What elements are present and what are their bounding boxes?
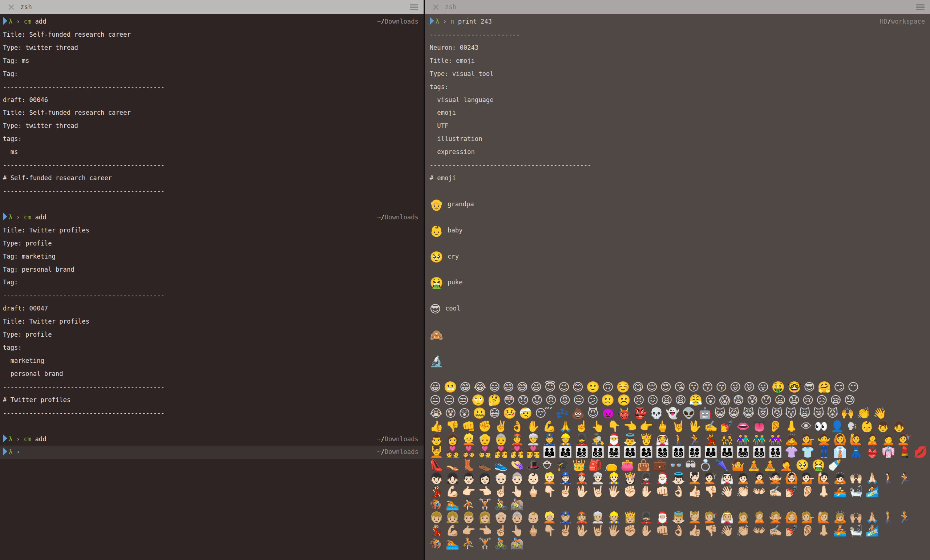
emoji-grid-row: 👍👎👊✊✌️👌✋💪🙏☝️👆👇👈👉🖕🤘🖖✍️💅👄👅👂👃👁👀👤🗣👶👦👧 [425,420,930,433]
emoji-glyph: 🔬 [430,355,443,368]
blank-line [0,198,423,211]
emoji-glyph: 🥺 [430,251,443,263]
emoji-grid-row: 😐😑😒🙄🤔😳😞😟😠😡😔😕🙁☹️😣😖😫😩😤😮😱😨😰😯😦😧😢😥😪😓 [425,394,930,407]
emoji-grid-row: 😀😬😁😂😃😄😅😆😇😉😊🙂🙃☺️😋😌😍😘😗😙😚😜😝😛🤑🤓😎🤗😏😶 [425,381,930,394]
close-tab-icon[interactable]: × [431,2,441,12]
prompt-lambda: λ [9,214,16,221]
prompt-chevron-icon: › [16,435,24,443]
emoji-glyph: 🙈 [430,329,443,342]
command-text: add [31,18,46,25]
prompt-arrow-icon [430,17,434,25]
command-text: cm [24,435,31,443]
output-line: Tag: [0,68,423,81]
output-line: Neuron: 00243 [425,42,930,54]
path-slash: / [381,18,384,25]
emoji-label-text: puke [448,278,462,286]
output-line: tags: [0,132,423,146]
output-line: illustration [425,132,930,146]
emoji-grid-row: 💃🏻💪🏻👉🏻👈🏻☝🏻👆🏻🖕🏻👇🏻✌🏻🖖🏻🤘🏻🖐🏻✊🏻✋🏻👊🏻👌🏻👍🏻👎🏻👋🏻👏🏻… [425,485,930,498]
right-pane: × zsh λ › n print 243HD/workspace-------… [425,0,930,560]
output-line: # emoji [425,172,930,185]
emoji-label-text: cool [445,305,460,312]
command-text: add [31,435,46,443]
output-line: Type: profile [0,237,423,250]
emoji-list-item: 🤮puke [425,276,930,289]
output-line: draft: 00047 [0,302,423,315]
output-line: Title: Self-funded research career [0,106,423,120]
output-line: personal brand [0,368,423,381]
prompt-arrow-icon [3,434,7,443]
prompt-chevron-icon: › [16,18,24,25]
output-line: tags: [425,81,930,94]
tab-title: zsh [20,3,32,11]
prompt-line: λ › cm add~/Downloads [0,211,423,224]
emoji-list-item: 🙈 [425,328,930,342]
emoji-grid-row: 😭😵😲🤐😷🤒🤕😴💤💩😈👿👹👺💀👻👽🤖😺😸😹😻😼😽🙀😿😾🙌👏👋 [425,407,930,420]
blank-line [425,315,930,328]
hamburger-menu-icon[interactable] [916,5,925,11]
terminal-window: × zsh λ › cm add~/DownloadsTitle: Self-f… [0,0,930,560]
close-tab-icon[interactable]: × [6,2,16,12]
output-line: Tag: marketing [0,250,423,263]
prompt-arrow-icon [3,212,7,221]
prompt-line[interactable]: λ › ~/Downloads [0,446,423,458]
left-terminal[interactable]: λ › cm add~/DownloadsTitle: Self-funded … [0,14,423,560]
tab-title: zsh [445,3,457,11]
blank-line [425,237,930,250]
output-line: emoji [425,106,930,120]
prompt-lambda: λ [9,18,16,25]
prompt-chevron-icon: › [443,18,451,25]
output-line: # Twitter profiles [0,394,423,407]
output-line: Tag: ms [0,54,423,68]
output-line: Title: Self-funded research career [0,28,423,42]
output-line: # Self-funded research career [0,172,423,185]
separator-line: ------------------------ [425,28,930,42]
blank-line [425,342,930,354]
prompt-line: λ › cm add~/Downloads [0,433,423,446]
blank-line [425,263,930,276]
output-line: Type: profile [0,328,423,342]
emoji-list-item: 😎cool [425,302,930,315]
output-line: marketing [0,354,423,368]
blank-line [425,368,930,381]
separator-line: ----------------------------------------… [0,289,423,302]
output-line: Title: emoji [425,54,930,68]
emoji-grid-row: 👦🏼👧🏼👨🏼👩🏼👴🏼👵🏼👶🏼👱🏼👮🏼👲🏼👳🏼👷🏼👸🏼💂🏼🎅🏼👼🏼💆🏼💇🏼👰🏼🙍🏼… [425,511,930,524]
output-line: expression [425,146,930,159]
prompt-chevron-icon: › [16,214,24,221]
output-line: tags: [0,342,423,354]
prompt-line: λ › n print 243HD/workspace [425,15,930,28]
output-line: visual language [425,94,930,107]
hamburger-menu-icon[interactable] [410,5,418,11]
emoji-list-item: 👶baby [425,224,930,237]
separator-line: ----------------------------------------… [0,407,423,420]
prompt-lambda: λ [9,435,16,443]
separator-line: ----------------------------------------… [0,81,423,94]
separator-line: ----------------------------------------… [0,159,423,172]
emoji-glyph: 😎 [430,303,441,315]
path-slash: / [887,18,891,25]
emoji-glyph: 👶 [430,225,443,237]
emoji-label-text: grandpa [448,200,474,208]
left-pane: × zsh λ › cm add~/DownloadsTitle: Self-f… [0,0,423,560]
blank-line [425,211,930,224]
emoji-grid-row: 👠👡👢👞👟👒🎩⛑🎓👑🎒👝👛👜💼👓🕶💍🌂🤷🧘🧘🤦🥺🤮🍼 [425,458,930,472]
emoji-grid-row: 💆💑👩‍❤️‍👩👨‍❤️‍👨💏👩‍❤️‍💋‍👩👨‍❤️‍💋‍👨👪👨‍👩‍👧👨‍👩… [425,446,930,458]
left-tab-bar: × zsh [0,0,423,14]
emoji-label-text: cry [448,253,459,260]
emoji-grid-row: 💃🏼💪🏼👉🏼👈🏼☝🏼👆🏼🖕🏼👇🏼✌🏼🖖🏼🤘🏼🖐🏼✊🏼✋🏼👊🏼👌🏼👍🏼👎🏼👋🏼👏🏼… [425,524,930,537]
prompt-arrow-icon [3,447,7,455]
separator-line: ----------------------------------------… [0,185,423,198]
prompt-lambda: λ [9,448,16,455]
working-directory: ~/Downloads [377,15,419,28]
emoji-grid-row: 👨👩👱👴👵👲👳👮👷💂🕵🎅👼👸👰🚶🏃💃👯👫👬👭🙇💁🙅🙆🙋🙎🙍💇 [425,433,930,446]
output-line: ms [0,146,423,159]
output-line: draft: 00046 [0,94,423,107]
command-text: cm [24,214,31,221]
path-slash: / [381,214,384,221]
emoji-list-item: 🥺cry [425,250,930,263]
prompt-lambda: λ [436,18,443,25]
emoji-glyph: 👴 [430,198,443,211]
right-terminal[interactable]: λ › n print 243HD/workspace-------------… [425,14,930,560]
output-line: Title: Twitter profiles [0,315,423,328]
